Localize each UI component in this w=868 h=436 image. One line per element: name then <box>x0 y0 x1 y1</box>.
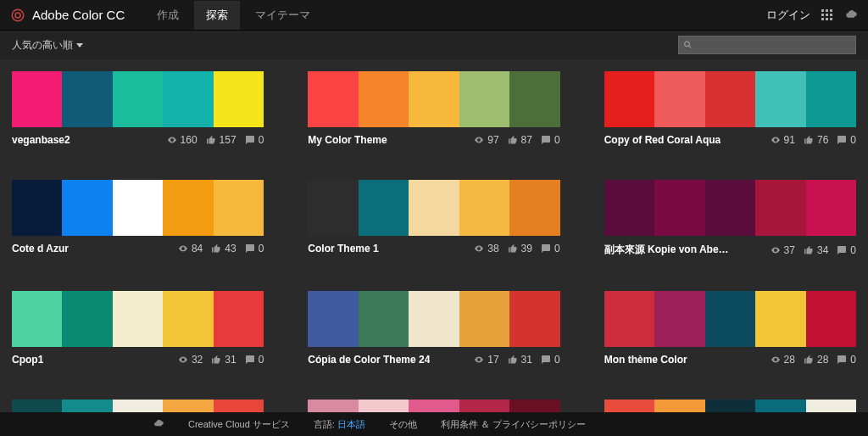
color-swatch[interactable] <box>509 71 559 127</box>
apps-grid-icon[interactable] <box>821 8 834 22</box>
theme-meta: Color Theme 138390 <box>308 243 559 254</box>
likes-stat[interactable]: 76 <box>804 134 828 146</box>
footer-lang[interactable]: 言語: 日本語 <box>314 418 365 431</box>
tab-explore[interactable]: 探索 <box>194 1 240 30</box>
likes-stat[interactable]: 43 <box>211 243 236 254</box>
color-swatch[interactable] <box>12 71 62 127</box>
color-swatch[interactable] <box>654 291 704 347</box>
color-swatch[interactable] <box>62 71 112 127</box>
color-swatch[interactable] <box>214 291 264 347</box>
likes-stat[interactable]: 39 <box>508 243 532 254</box>
color-swatch[interactable] <box>604 180 654 236</box>
color-swatch[interactable] <box>409 180 459 236</box>
color-swatch[interactable] <box>509 180 559 236</box>
color-swatch[interactable] <box>755 291 805 347</box>
tab-create[interactable]: 作成 <box>145 1 191 30</box>
sort-dropdown[interactable]: 人気の高い順 <box>12 38 83 53</box>
theme-card[interactable]: 副本來源 Kopie von Aberd...37340 <box>604 180 856 257</box>
comments-stat[interactable]: 0 <box>837 244 856 256</box>
swatch-row[interactable] <box>604 180 856 236</box>
likes-stat[interactable]: 157 <box>206 134 236 146</box>
color-swatch[interactable] <box>459 291 509 347</box>
comments-stat[interactable]: 0 <box>541 243 560 254</box>
comments-stat[interactable]: 0 <box>541 354 560 366</box>
color-swatch[interactable] <box>509 291 559 347</box>
search-input[interactable] <box>695 40 850 50</box>
color-swatch[interactable] <box>163 180 213 236</box>
color-swatch[interactable] <box>806 291 856 347</box>
theme-card[interactable]: Mon thème Color28280 <box>604 291 856 366</box>
comments-stat[interactable]: 0 <box>245 134 264 146</box>
views-stat: 32 <box>178 354 203 366</box>
color-swatch[interactable] <box>113 71 163 127</box>
likes-stat[interactable]: 87 <box>508 134 532 146</box>
color-swatch[interactable] <box>409 291 459 347</box>
color-swatch[interactable] <box>359 180 409 236</box>
swatch-row[interactable] <box>12 180 264 236</box>
theme-name: 副本來源 Kopie von Aberd... <box>604 243 732 257</box>
comments-stat[interactable]: 0 <box>541 134 560 146</box>
color-swatch[interactable] <box>705 71 755 127</box>
likes-count: 43 <box>225 243 236 254</box>
color-swatch[interactable] <box>459 180 509 236</box>
color-swatch[interactable] <box>654 180 704 236</box>
color-swatch[interactable] <box>62 291 112 347</box>
svg-line-12 <box>689 46 691 48</box>
swatch-row[interactable] <box>604 71 856 127</box>
swatch-row[interactable] <box>12 291 264 347</box>
comments-stat[interactable]: 0 <box>837 354 856 366</box>
theme-card[interactable]: Cópia de Color Theme 2417310 <box>308 291 559 366</box>
swatch-row[interactable] <box>308 291 559 347</box>
color-swatch[interactable] <box>806 71 856 127</box>
color-swatch[interactable] <box>308 291 358 347</box>
color-swatch[interactable] <box>359 291 409 347</box>
footer-cc-link[interactable]: Creative Cloud サービス <box>188 418 290 431</box>
theme-card[interactable]: Copy of Red Coral Aqua91760 <box>604 71 856 146</box>
color-swatch[interactable] <box>806 180 856 236</box>
theme-card[interactable]: My Color Theme97870 <box>308 71 559 146</box>
color-swatch[interactable] <box>755 71 805 127</box>
cloud-icon[interactable] <box>844 8 858 22</box>
color-swatch[interactable] <box>62 180 112 236</box>
theme-card[interactable]: Cote d Azur84430 <box>12 180 264 257</box>
likes-stat[interactable]: 31 <box>508 354 532 366</box>
color-swatch[interactable] <box>214 180 264 236</box>
color-swatch[interactable] <box>308 71 358 127</box>
swatch-row[interactable] <box>308 71 559 127</box>
color-swatch[interactable] <box>113 291 163 347</box>
footer-terms-link[interactable]: 利用条件 ＆ プライバシーポリシー <box>441 418 586 431</box>
color-swatch[interactable] <box>604 291 654 347</box>
theme-card[interactable]: veganbase21601570 <box>12 71 264 146</box>
color-swatch[interactable] <box>705 180 755 236</box>
color-swatch[interactable] <box>604 71 654 127</box>
color-swatch[interactable] <box>459 71 509 127</box>
comments-stat[interactable]: 0 <box>837 134 856 146</box>
likes-stat[interactable]: 34 <box>804 244 828 256</box>
footer-other-link[interactable]: その他 <box>389 418 417 431</box>
swatch-row[interactable] <box>604 291 856 347</box>
comments-stat[interactable]: 0 <box>245 243 264 254</box>
swatch-row[interactable] <box>12 71 264 127</box>
likes-stat[interactable]: 31 <box>211 354 236 366</box>
login-link[interactable]: ログイン <box>766 8 810 23</box>
comments-stat[interactable]: 0 <box>245 354 264 366</box>
color-swatch[interactable] <box>163 71 213 127</box>
color-swatch[interactable] <box>308 180 358 236</box>
views-stat: 38 <box>474 243 498 254</box>
swatch-row[interactable] <box>308 180 559 236</box>
search-box[interactable] <box>678 36 856 54</box>
color-swatch[interactable] <box>113 180 163 236</box>
color-swatch[interactable] <box>705 291 755 347</box>
likes-stat[interactable]: 28 <box>804 354 828 366</box>
color-swatch[interactable] <box>654 71 704 127</box>
tab-mythemes[interactable]: マイテーマ <box>243 1 322 30</box>
color-swatch[interactable] <box>163 291 213 347</box>
theme-card[interactable]: Color Theme 138390 <box>308 180 559 257</box>
theme-card[interactable]: Cpop132310 <box>12 291 264 366</box>
color-swatch[interactable] <box>409 71 459 127</box>
color-swatch[interactable] <box>359 71 409 127</box>
color-swatch[interactable] <box>12 291 62 347</box>
color-swatch[interactable] <box>12 180 62 236</box>
color-swatch[interactable] <box>755 180 805 236</box>
color-swatch[interactable] <box>214 71 264 127</box>
